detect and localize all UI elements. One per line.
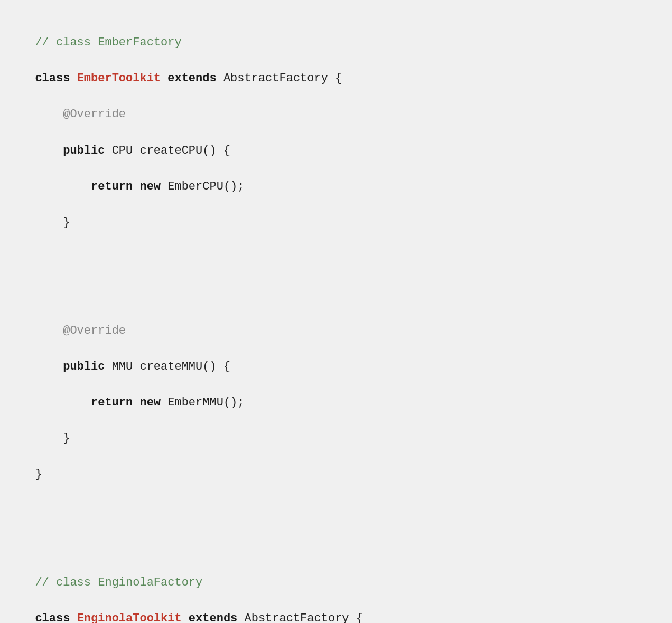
keyword-extends-2: extends <box>182 612 238 623</box>
keyword-class-2: class <box>35 612 77 623</box>
comment-enginola-factory: // class EnginolaFactory <box>35 576 202 589</box>
classname-enginolatoolkit: EnginolaToolkit <box>77 612 182 623</box>
normal-createmmu-1: MMU createMMU() { <box>105 360 230 373</box>
keyword-new-2: new <box>133 396 161 409</box>
keyword-return-1: return <box>35 180 133 193</box>
normal-brace-1: } <box>35 216 70 229</box>
code-display: // class EmberFactory class EmberToolkit… <box>21 16 651 623</box>
keyword-extends-1: extends <box>161 72 217 85</box>
normal-embercpu: EmberCPU(); <box>161 180 244 193</box>
keyword-new-1: new <box>133 180 161 193</box>
normal-embermmu: EmberMMU(); <box>161 396 244 409</box>
normal-createcpu-1: CPU createCPU() { <box>105 144 230 157</box>
normal-brace-3: } <box>35 468 42 481</box>
keyword-public-1: public <box>35 144 105 157</box>
classname-embertoolkit: EmberToolkit <box>77 72 161 85</box>
annotation-override-1: @Override <box>35 108 126 121</box>
annotation-override-2: @Override <box>35 324 126 337</box>
keyword-public-2: public <box>35 360 105 373</box>
keyword-class-1: class <box>35 72 77 85</box>
normal-abstractfactory-1: AbstractFactory { <box>217 72 342 85</box>
normal-brace-2: } <box>35 432 70 445</box>
comment-ember-factory: // class EmberFactory <box>35 36 181 49</box>
normal-abstractfactory-2: AbstractFactory { <box>237 612 363 623</box>
keyword-return-2: return <box>35 396 133 409</box>
